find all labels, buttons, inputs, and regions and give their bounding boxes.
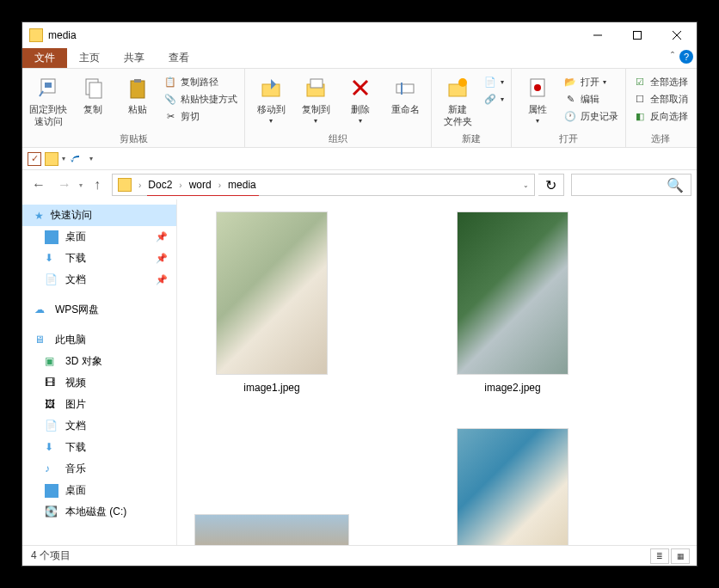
navigation-bar: ← → ▾ ↑ › Doc2 › word › media ⌄ ↻ 🔍 xyxy=(22,170,697,199)
download-icon: ⬇ xyxy=(45,441,58,455)
copy-button[interactable]: 复制 xyxy=(72,72,114,115)
sidebar-item-wps[interactable]: ☁WPS网盘 xyxy=(22,299,176,321)
picture-icon: 🖼 xyxy=(45,398,58,412)
cut-icon: ✂ xyxy=(163,109,177,123)
copy-path-button[interactable]: 📋复制路径 xyxy=(162,74,239,89)
thumbnail-image xyxy=(194,514,349,545)
file-item[interactable] xyxy=(194,428,349,545)
easy-access-icon: 🔗 xyxy=(483,92,497,106)
file-item[interactable] xyxy=(435,428,590,545)
ribbon: 固定到快 速访问 复制 粘贴 📋复制路径 📎粘贴快捷方式 ✂剪切 剪贴板 xyxy=(22,69,697,148)
group-clipboard-label: 剪贴板 xyxy=(28,131,239,145)
edit-button[interactable]: ✎编辑 xyxy=(562,91,620,107)
chevron-right-icon[interactable]: › xyxy=(179,181,181,190)
history-button[interactable]: 🕐历史记录 xyxy=(562,108,620,124)
file-name: image1.jpeg xyxy=(243,382,299,394)
sidebar-item-documents2[interactable]: 📄文档 xyxy=(22,415,176,437)
file-item[interactable]: image2.jpeg xyxy=(435,211,590,394)
maximize-button[interactable] xyxy=(618,22,657,48)
cut-button[interactable]: ✂剪切 xyxy=(162,108,239,124)
tab-view[interactable]: 查看 xyxy=(157,48,201,68)
invert-icon: ◧ xyxy=(633,109,647,123)
sidebar-item-downloads[interactable]: ⬇下载📌 xyxy=(22,248,176,269)
svg-rect-8 xyxy=(131,81,144,98)
pin-to-quick-access-button[interactable]: 固定到快 速访问 xyxy=(28,72,69,128)
chevron-right-icon[interactable]: › xyxy=(218,181,221,190)
sidebar-item-desktop2[interactable]: 桌面 xyxy=(22,480,176,501)
refresh-button[interactable]: ↻ xyxy=(538,174,564,196)
qat-dropdown[interactable]: ▾ xyxy=(62,155,65,162)
history-dropdown[interactable]: ▾ xyxy=(79,181,83,189)
minimize-button[interactable] xyxy=(578,22,618,48)
group-open-label: 打开 xyxy=(517,131,620,145)
search-input[interactable]: 🔍 xyxy=(571,174,691,196)
sidebar-item-3d[interactable]: ▣3D 对象 xyxy=(22,351,176,372)
open-button[interactable]: 📂打开▾ xyxy=(562,74,620,89)
address-dropdown[interactable]: ⌄ xyxy=(523,181,529,189)
qat-check-icon[interactable]: ✓ xyxy=(28,152,41,166)
paste-icon xyxy=(124,74,151,101)
help-icon[interactable]: ? xyxy=(679,50,693,64)
undo-button[interactable] xyxy=(69,152,86,166)
history-icon: 🕐 xyxy=(563,109,577,123)
folder-icon xyxy=(29,28,43,42)
view-thumbnails-button[interactable]: ▦ xyxy=(671,548,690,564)
music-icon: ♪ xyxy=(45,462,58,476)
select-all-button[interactable]: ☑全部选择 xyxy=(631,74,690,89)
sidebar-item-videos[interactable]: 🎞视频 xyxy=(22,372,176,394)
forward-button[interactable]: → xyxy=(53,174,76,196)
star-icon: ★ xyxy=(34,210,44,222)
thumbnail-image xyxy=(457,428,568,545)
invert-selection-button[interactable]: ◧反向选择 xyxy=(631,108,690,124)
delete-icon xyxy=(347,74,374,101)
breadcrumb-seg1[interactable]: Doc2 xyxy=(148,179,172,191)
breadcrumb-seg3[interactable]: media xyxy=(228,179,256,191)
properties-button[interactable]: 属性▾ xyxy=(517,72,558,126)
select-none-button[interactable]: ☐全部取消 xyxy=(631,91,690,107)
undo-dropdown[interactable]: ▾ xyxy=(89,155,93,162)
sidebar-item-local-c[interactable]: 💽本地磁盘 (C:) xyxy=(22,501,176,523)
move-to-button[interactable]: 移动到▾ xyxy=(250,72,292,126)
file-list[interactable]: image1.jpeg image2.jpeg xyxy=(177,199,697,545)
group-new-label: 新建 xyxy=(437,131,506,145)
sidebar-item-quick-access[interactable]: ★快速访问 xyxy=(22,205,176,226)
svg-rect-9 xyxy=(134,79,141,83)
collapse-ribbon-icon[interactable]: ˆ xyxy=(671,51,674,63)
pin-icon: 📌 xyxy=(156,274,168,285)
tab-share[interactable]: 共享 xyxy=(112,48,157,68)
view-details-button[interactable]: ≣ xyxy=(650,548,669,564)
sidebar-item-music[interactable]: ♪音乐 xyxy=(22,458,176,480)
paste-button[interactable]: 粘贴 xyxy=(117,72,158,115)
address-folder-icon xyxy=(118,178,132,192)
thumbnail-image xyxy=(216,211,328,375)
paste-shortcut-button[interactable]: 📎粘贴快捷方式 xyxy=(162,91,239,107)
rename-icon xyxy=(391,74,419,101)
copy-to-button[interactable]: 复制到▾ xyxy=(295,72,336,126)
drive-icon: 💽 xyxy=(45,505,58,519)
breadcrumb-seg2[interactable]: word xyxy=(189,179,212,191)
file-item[interactable]: image1.jpeg xyxy=(194,211,349,394)
new-folder-button[interactable]: 新建 文件夹 xyxy=(437,72,478,128)
new-item-button[interactable]: 📄▾ xyxy=(482,74,506,89)
select-all-icon: ☑ xyxy=(633,75,647,89)
address-bar[interactable]: › Doc2 › word › media ⌄ xyxy=(112,174,535,196)
ribbon-tabs: 文件 主页 共享 查看 ˆ ? xyxy=(22,48,697,69)
close-button[interactable] xyxy=(657,22,697,48)
sidebar-item-pictures[interactable]: 🖼图片 xyxy=(22,394,176,415)
back-button[interactable]: ← xyxy=(28,174,50,196)
svg-rect-15 xyxy=(396,84,414,93)
tab-file[interactable]: 文件 xyxy=(22,48,67,68)
sidebar-item-documents[interactable]: 📄文档📌 xyxy=(22,269,176,291)
svg-rect-1 xyxy=(634,32,642,40)
easy-access-button[interactable]: 🔗▾ xyxy=(482,91,506,107)
sidebar-item-desktop[interactable]: 桌面📌 xyxy=(22,226,176,248)
tab-home[interactable]: 主页 xyxy=(67,48,112,68)
sidebar-item-downloads2[interactable]: ⬇下载 xyxy=(22,437,176,458)
sidebar-item-this-pc[interactable]: 🖥此电脑 xyxy=(22,329,176,351)
qat-folder-icon[interactable] xyxy=(45,152,58,166)
delete-button[interactable]: 删除▾ xyxy=(340,72,381,126)
rename-button[interactable]: 重命名 xyxy=(384,72,426,115)
up-button[interactable]: ↑ xyxy=(86,174,108,196)
move-icon xyxy=(257,74,285,101)
chevron-right-icon[interactable]: › xyxy=(138,181,141,190)
